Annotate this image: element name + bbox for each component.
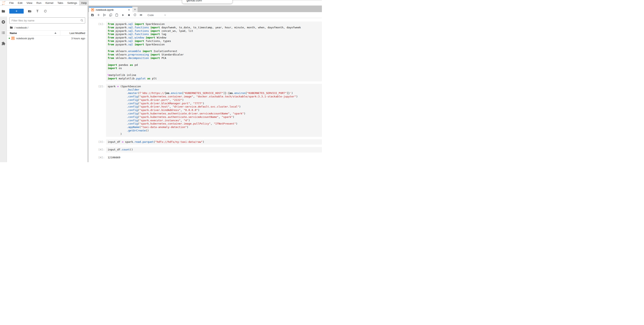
breadcrumb: / notebook /	[7, 26, 88, 30]
file-browser-icon[interactable]	[1, 9, 6, 13]
tab-notebook[interactable]: notebook.ipynb	[89, 7, 132, 12]
menu-item-settings[interactable]: Settings	[65, 1, 79, 6]
column-header-last-modified[interactable]: Last Modified	[60, 31, 88, 36]
menu-items: FileEditViewRunKernelTabsSettingsHelp	[7, 1, 89, 6]
new-launcher-button[interactable]: +	[9, 9, 24, 14]
restart-run-all-button[interactable]	[138, 13, 144, 18]
cell-editor[interactable]: spark = (SparkSession .builder .master(f…	[106, 84, 322, 137]
save-button[interactable]	[90, 13, 95, 18]
upload-icon[interactable]	[35, 9, 40, 14]
menu-item-kernel[interactable]: Kernel	[44, 1, 56, 6]
menu-item-edit[interactable]: Edit	[16, 1, 24, 6]
notebook-file-icon	[11, 37, 14, 40]
file-name: notebook.ipynb	[16, 37, 71, 40]
breadcrumb-home-folder-icon[interactable]	[10, 26, 13, 29]
menu-item-view[interactable]: View	[24, 1, 34, 6]
chevron-down-icon	[164, 14, 166, 17]
breadcrumb-path[interactable]: / notebook /	[14, 26, 28, 29]
table-of-contents-icon[interactable]	[1, 30, 6, 35]
column-header-name[interactable]: Name	[7, 31, 60, 36]
code-cell[interactable]: [3]:input_df = spark.read.parquet("hdfs:…	[88, 139, 322, 145]
code-cell[interactable]: [1]:from pyspark.sql import SparkSession…	[88, 22, 322, 81]
file-modified: 3 hours ago	[71, 37, 88, 40]
output-area: [4]:12106669	[88, 155, 322, 160]
extension-manager-icon[interactable]	[1, 41, 6, 46]
browser-url-popup-text: github.com	[186, 0, 202, 2]
restart-kernel-button[interactable]	[132, 13, 138, 18]
file-list-header: Name Last Modified	[7, 30, 88, 36]
file-list-item[interactable]: notebook.ipynb3 hours ago	[7, 36, 88, 41]
menu-bar: FileEditViewRunKernelTabsSettingsHelp	[0, 1, 322, 6]
interrupt-kernel-button[interactable]	[126, 13, 131, 18]
running-kernel-dot	[9, 38, 10, 39]
main-layout: +	[0, 6, 322, 162]
file-list: notebook.ipynb3 hours ago	[7, 36, 88, 41]
filter-files-wrapper	[9, 18, 85, 24]
file-browser-toolbar: +	[7, 6, 88, 15]
cell-prompt: [4]:	[88, 147, 104, 152]
cut-cells-button[interactable]	[102, 13, 107, 18]
tab-bar: notebook.ipynb +	[88, 6, 322, 12]
notebook-cells: [1]:from pyspark.sql import SparkSession…	[88, 18, 322, 162]
insert-cell-button[interactable]	[96, 13, 101, 18]
menu-item-run[interactable]: Run	[34, 1, 44, 6]
paste-cells-button[interactable]	[114, 13, 119, 18]
search-icon	[80, 19, 84, 23]
cell-editor[interactable]: from pyspark.sql import SparkSessionfrom…	[106, 22, 322, 81]
notebook-toolbar: Code	[88, 12, 322, 18]
cell-type-select[interactable]: Code	[148, 14, 166, 17]
cell-editor[interactable]: input_df.count()	[106, 147, 322, 152]
copy-cells-button[interactable]	[108, 13, 113, 18]
filter-files-input[interactable]	[9, 18, 85, 24]
new-folder-icon[interactable]	[27, 9, 32, 14]
menu-item-help[interactable]: Help	[79, 1, 89, 6]
browser-url-popup: github.com	[182, 0, 232, 4]
menu-item-tabs[interactable]: Tabs	[56, 1, 65, 6]
jupyterlab-window: FileEditViewRunKernelTabsSettingsHelp	[0, 0, 322, 162]
tab-title: notebook.ipynb	[96, 8, 114, 11]
code-cell[interactable]: [2]:spark = (SparkSession .builder .mast…	[88, 84, 322, 137]
cell-prompt: [4]:	[88, 155, 104, 160]
cell-prompt: [1]:	[88, 22, 104, 81]
output-text: 12106669	[106, 155, 322, 160]
running-kernels-icon[interactable]	[1, 20, 6, 24]
refresh-icon[interactable]	[43, 9, 48, 14]
menu-item-file[interactable]: File	[7, 1, 16, 6]
main-panel: notebook.ipynb +	[88, 6, 322, 162]
tab-close-icon[interactable]	[127, 8, 131, 12]
cell-editor[interactable]: input_df = spark.read.parquet("hdfs://hd…	[106, 139, 322, 145]
run-cell-button[interactable]	[120, 13, 125, 18]
file-browser-panel: +	[7, 6, 88, 162]
cell-prompt: [2]:	[88, 84, 104, 137]
notebook-file-icon	[91, 8, 94, 11]
jupyter-logo-icon	[0, 1, 7, 6]
cell-type-value: Code	[148, 14, 154, 17]
cell-prompt: [3]:	[88, 139, 104, 145]
sort-ascending-icon	[54, 32, 56, 34]
left-sidebar	[0, 6, 7, 162]
code-cell[interactable]: [4]:input_df.count()	[88, 147, 322, 152]
new-tab-button[interactable]: +	[132, 7, 138, 12]
